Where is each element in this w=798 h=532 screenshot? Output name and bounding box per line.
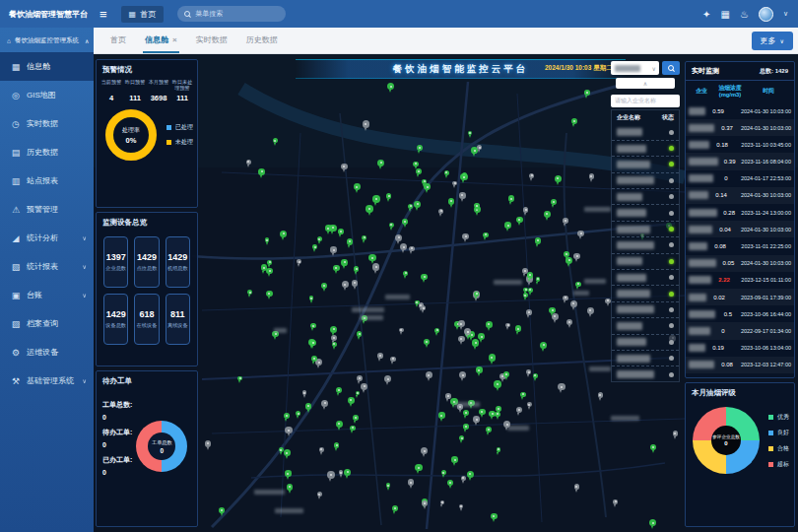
map-pin[interactable] <box>237 376 242 381</box>
map-pin[interactable] <box>422 500 428 506</box>
sidebar-item-stat-analysis[interactable]: ◢ 统计分析 ∨ <box>0 224 94 252</box>
map-pin[interactable] <box>266 291 273 298</box>
map-pin[interactable] <box>339 470 344 475</box>
map-pin[interactable] <box>205 440 212 447</box>
map-pin[interactable] <box>673 431 679 436</box>
map-pin[interactable] <box>353 415 359 421</box>
map-pin[interactable] <box>366 205 372 212</box>
map-pin[interactable] <box>516 217 523 224</box>
tab-info-cabin[interactable]: 信息舱 × <box>143 28 179 53</box>
map-pin[interactable] <box>522 268 528 274</box>
map-pin[interactable] <box>577 231 584 237</box>
map-pin[interactable] <box>287 484 294 491</box>
map-pin[interactable] <box>459 435 464 440</box>
map-pin[interactable] <box>386 483 391 488</box>
map-pin[interactable] <box>459 192 466 199</box>
map-pin[interactable] <box>587 307 594 314</box>
table-row[interactable]: 0.282023-11-24 13:00:00 <box>686 204 794 221</box>
hamburger-menu-icon[interactable]: ≡ <box>100 7 107 22</box>
map-pin[interactable] <box>503 371 509 377</box>
map-pin[interactable] <box>564 251 569 257</box>
table-row[interactable]: 2.222023-12-15 01:11:00 <box>686 272 794 289</box>
map-pin[interactable] <box>563 218 567 223</box>
map-pin[interactable] <box>265 237 270 242</box>
list-item[interactable] <box>612 286 679 301</box>
table-row[interactable]: 0.182023-11-10 03:45:00 <box>686 136 794 153</box>
flame-icon[interactable]: ♨ <box>740 9 749 20</box>
map-pin[interactable] <box>285 470 291 476</box>
map-pin[interactable] <box>496 406 501 412</box>
map-pin[interactable] <box>447 480 453 486</box>
sidebar-item-site-report[interactable]: ▥ 站点报表 <box>0 166 94 195</box>
map-pin[interactable] <box>504 222 510 228</box>
map-pin[interactable] <box>247 290 252 295</box>
map-pin[interactable] <box>477 145 482 150</box>
map-pin[interactable] <box>520 392 525 397</box>
map-pin[interactable] <box>528 288 533 293</box>
map-pin[interactable] <box>368 254 375 261</box>
sidebar-item-ledger[interactable]: ▣ 台账 ∨ <box>0 281 94 309</box>
map-pin[interactable] <box>347 238 353 244</box>
table-row[interactable]: 02024-01-17 22:53:00 <box>686 170 794 187</box>
map-pin[interactable] <box>598 392 604 398</box>
map-pin[interactable] <box>551 199 557 205</box>
map-pin[interactable] <box>544 211 551 218</box>
map-pin[interactable] <box>317 492 323 498</box>
tab-realtime-data[interactable]: 实时数据 <box>194 28 230 53</box>
map-pin[interactable] <box>311 356 317 362</box>
map-pin[interactable] <box>479 409 486 416</box>
map-pin[interactable] <box>354 183 361 190</box>
map-pin[interactable] <box>392 505 398 511</box>
map-pin[interactable] <box>575 282 581 288</box>
list-item[interactable] <box>612 254 679 270</box>
map-pin[interactable] <box>434 328 439 333</box>
map-pin[interactable] <box>422 179 427 184</box>
map-pin[interactable] <box>333 265 340 272</box>
map-pin[interactable] <box>246 160 252 166</box>
card-point-total[interactable]: 1429 点位总数 <box>134 236 159 288</box>
map-pin[interactable] <box>413 162 419 167</box>
map-pin[interactable] <box>461 476 467 482</box>
map-pin[interactable] <box>332 342 337 347</box>
list-item[interactable] <box>612 270 679 286</box>
map-pin[interactable] <box>536 277 541 282</box>
sidebar-item-info-cabin[interactable]: ▦ 信息舱 <box>0 52 94 81</box>
map-pin[interactable] <box>395 234 402 241</box>
list-item[interactable] <box>612 366 679 381</box>
card-unit-total[interactable]: 1429 机组总数 <box>166 236 190 288</box>
table-row[interactable]: 0.082023-12-03 12:47:00 <box>686 357 794 373</box>
map-pin[interactable] <box>305 403 311 409</box>
map-pin[interactable] <box>408 204 414 210</box>
map-pin[interactable] <box>321 400 328 407</box>
map-pin[interactable] <box>529 173 534 178</box>
map-pin[interactable] <box>468 131 473 136</box>
map-pin[interactable] <box>486 427 493 433</box>
map-pin[interactable] <box>494 380 500 387</box>
map-pin[interactable] <box>463 424 468 429</box>
map-pin[interactable] <box>341 164 348 170</box>
map-pin[interactable] <box>334 442 340 448</box>
sidebar-item-gis-map[interactable]: ◎ GIS地图 <box>0 81 94 109</box>
map-pin[interactable] <box>649 519 656 526</box>
map-pin[interactable] <box>377 353 383 359</box>
theme-skin-icon[interactable]: ✦ <box>702 9 710 20</box>
map-pin[interactable] <box>219 507 225 513</box>
map-pin[interactable] <box>473 416 480 423</box>
map-pin[interactable] <box>486 321 493 328</box>
map-pin[interactable] <box>438 209 444 215</box>
map-pin[interactable] <box>384 375 391 382</box>
map-pin[interactable] <box>440 500 445 505</box>
map-pin[interactable] <box>527 402 532 407</box>
map-pin[interactable] <box>605 299 610 303</box>
table-row[interactable]: 0.082023-11-01 22:25:00 <box>686 237 794 254</box>
map-pin[interactable] <box>495 412 499 417</box>
map-pin[interactable] <box>441 470 446 475</box>
map-pin[interactable] <box>402 219 408 225</box>
map-pin[interactable] <box>357 331 362 336</box>
map-pin[interactable] <box>523 207 528 212</box>
map-pin[interactable] <box>438 412 444 418</box>
map-pin[interactable] <box>421 447 428 454</box>
map-pin[interactable] <box>424 339 430 345</box>
list-item[interactable] <box>612 205 679 221</box>
list-item[interactable] <box>612 157 679 172</box>
